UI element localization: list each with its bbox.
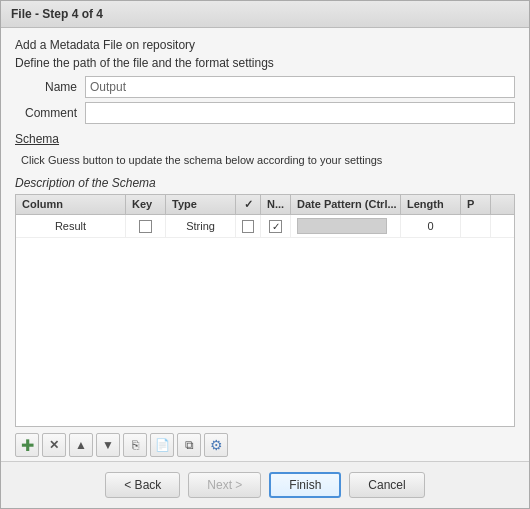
td-column: Result [16,215,126,237]
down-icon: ▼ [102,438,114,452]
th-p: P [461,195,491,214]
schema-label: Schema [15,132,515,146]
copy-button[interactable]: ⎘ [123,433,147,457]
title-bar: File - Step 4 of 4 [1,1,529,28]
copy-icon: ⎘ [132,438,139,452]
th-column: Column [16,195,126,214]
subtitle-line2: Define the path of the file and the form… [15,54,515,72]
toolbar: ✚ ✕ ▲ ▼ ⎘ 📄 ⧉ ⚙ [15,427,515,461]
th-length: Length [401,195,461,214]
nullable-checkbox[interactable] [242,220,254,233]
td-p [461,215,491,237]
move-up-button[interactable]: ▲ [69,433,93,457]
th-nullable-check: ✓ [236,195,261,214]
table-body: Result String 0 [16,215,514,422]
name-label: Name [15,80,85,94]
comment-row: Comment [15,102,515,124]
name-input[interactable] [85,76,515,98]
guess-button[interactable]: ⚙ [204,433,228,457]
schema-hint: Click Guess button to update the schema … [15,150,515,170]
finish-button[interactable]: Finish [269,472,341,498]
cancel-button[interactable]: Cancel [349,472,424,498]
key-checkbox[interactable] [139,220,152,233]
add-button[interactable]: ✚ [15,433,39,457]
th-date: Date Pattern (Ctrl... [291,195,401,214]
add-icon: ✚ [21,436,34,455]
delete-button[interactable]: ✕ [42,433,66,457]
comment-label: Comment [15,106,85,120]
paste1-icon: 📄 [155,438,170,452]
table-row[interactable]: Result String 0 [16,215,514,238]
back-button[interactable]: < Back [105,472,180,498]
subtitle-line1: Add a Metadata File on repository [15,36,515,54]
comment-input[interactable] [85,102,515,124]
date-input[interactable] [297,218,387,234]
table-header: Column Key Type ✓ N... Date Pattern (Ctr… [16,195,514,215]
td-nullable-check [236,215,261,237]
paste2-icon: ⧉ [185,438,194,452]
schema-table: Column Key Type ✓ N... Date Pattern (Ctr… [15,194,515,427]
footer: < Back Next > Finish Cancel [1,461,529,508]
th-key: Key [126,195,166,214]
desc-label: Description of the Schema [15,176,515,190]
move-down-button[interactable]: ▼ [96,433,120,457]
schema-section: Schema Click Guess button to update the … [15,132,515,194]
guess-icon: ⚙ [210,437,223,453]
window-title: File - Step 4 of 4 [11,7,103,21]
up-icon: ▲ [75,438,87,452]
paste2-button[interactable]: ⧉ [177,433,201,457]
delete-icon: ✕ [49,438,59,452]
td-length: 0 [401,215,461,237]
window: File - Step 4 of 4 Add a Metadata File o… [0,0,530,509]
paste1-button[interactable]: 📄 [150,433,174,457]
th-n: N... [261,195,291,214]
next-button[interactable]: Next > [188,472,261,498]
td-n [261,215,291,237]
td-date [291,215,401,237]
content: Name Comment Schema Click Guess button t… [1,76,529,461]
subtitle: Add a Metadata File on repository Define… [1,28,529,76]
td-key [126,215,166,237]
name-row: Name [15,76,515,98]
td-type: String [166,215,236,237]
n-checkbox[interactable] [269,220,282,233]
th-type: Type [166,195,236,214]
